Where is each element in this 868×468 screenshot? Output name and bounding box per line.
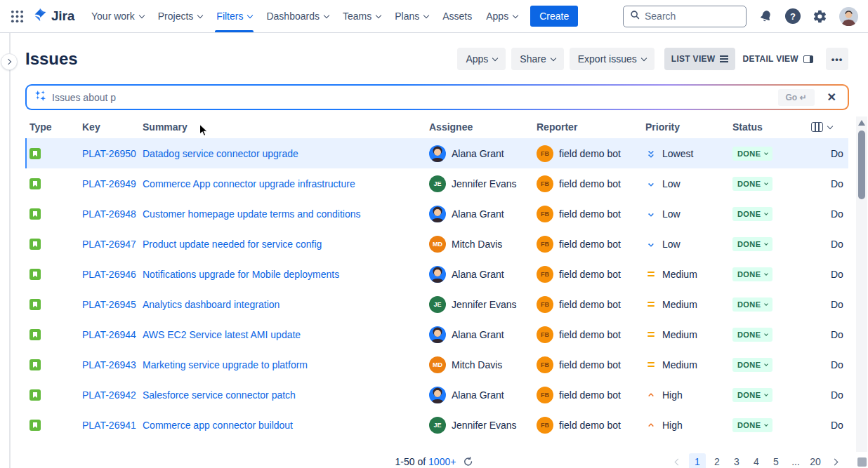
notifications-bell-icon[interactable] xyxy=(758,9,773,24)
settings-gear-icon[interactable] xyxy=(813,9,827,24)
column-header-assignee[interactable]: Assignee xyxy=(429,121,537,133)
issue-key-link[interactable]: PLAT-26943 xyxy=(82,359,136,370)
issue-summary-link[interactable]: Marketing service upgrade to platform xyxy=(143,359,308,370)
table-row[interactable]: PLAT-26945 Analytics dashboard integrati… xyxy=(25,289,848,319)
status-badge[interactable]: DONE xyxy=(732,207,772,221)
column-header-type[interactable]: Type xyxy=(29,121,82,133)
issue-key-link[interactable]: PLAT-26946 xyxy=(82,269,136,280)
jira-logo[interactable]: Jira xyxy=(32,7,74,25)
page-button-1[interactable]: 1 xyxy=(689,453,706,468)
reporter-cell[interactable]: FBfield demo bot xyxy=(537,145,645,162)
priority-cell[interactable]: High xyxy=(645,420,732,431)
status-badge[interactable]: DONE xyxy=(732,177,772,191)
reporter-cell[interactable]: FBfield demo bot xyxy=(537,266,645,283)
close-icon[interactable]: ✕ xyxy=(823,89,841,105)
priority-cell[interactable]: Medium xyxy=(645,269,732,280)
refresh-icon[interactable] xyxy=(463,457,473,467)
assignee-cell[interactable]: Alana Grant xyxy=(429,387,537,403)
reporter-cell[interactable]: FBfield demo bot xyxy=(537,206,645,222)
status-badge[interactable]: DONE xyxy=(732,388,772,402)
detail-view-button[interactable]: DETAIL VIEW xyxy=(735,48,820,70)
reporter-cell[interactable]: FBfield demo bot xyxy=(537,417,645,434)
table-row[interactable]: PLAT-26942 Salesforce service connector … xyxy=(25,380,848,410)
issue-key-link[interactable]: PLAT-26944 xyxy=(82,329,136,340)
issue-key-link[interactable]: PLAT-26949 xyxy=(82,178,136,189)
nav-item-teams[interactable]: Teams xyxy=(336,0,388,32)
issue-summary-link[interactable]: Datadog service connector upgrade xyxy=(143,148,298,159)
status-badge[interactable]: DONE xyxy=(732,418,772,432)
priority-cell[interactable]: Low xyxy=(645,239,732,250)
page-button-3[interactable]: 3 xyxy=(728,453,745,468)
table-row[interactable]: PLAT-26944 AWS EC2 Service latest AMI up… xyxy=(25,319,848,349)
vertical-scrollbar[interactable] xyxy=(856,116,867,452)
status-badge[interactable]: DONE xyxy=(732,267,772,281)
user-avatar[interactable] xyxy=(839,7,858,26)
priority-cell[interactable]: Lowest xyxy=(645,148,732,159)
help-icon[interactable]: ? xyxy=(785,8,801,24)
reporter-cell[interactable]: FBfield demo bot xyxy=(537,296,645,313)
issue-key-link[interactable]: PLAT-26948 xyxy=(82,208,136,220)
configure-columns-button[interactable] xyxy=(811,122,848,132)
page-button-2[interactable]: 2 xyxy=(709,453,725,468)
page-button-5[interactable]: 5 xyxy=(768,453,784,468)
assignee-cell[interactable]: Alana Grant xyxy=(429,266,537,283)
status-badge[interactable]: DONE xyxy=(732,358,772,372)
issue-summary-link[interactable]: AWS EC2 Service latest AMI update xyxy=(143,329,301,340)
priority-cell[interactable]: Medium xyxy=(645,329,732,340)
issue-key-link[interactable]: PLAT-26947 xyxy=(82,239,136,250)
priority-cell[interactable]: Medium xyxy=(645,299,732,310)
nav-item-projects[interactable]: Projects xyxy=(151,0,210,32)
issue-key-link[interactable]: PLAT-26950 xyxy=(82,148,136,159)
assignee-cell[interactable]: JEJennifer Evans xyxy=(429,296,537,313)
column-header-status[interactable]: Status xyxy=(732,121,811,133)
page-button-4[interactable]: 4 xyxy=(748,453,765,468)
status-badge[interactable]: DONE xyxy=(732,147,772,161)
status-badge[interactable]: DONE xyxy=(732,237,772,251)
assignee-cell[interactable]: JEJennifer Evans xyxy=(429,175,537,192)
global-search[interactable] xyxy=(623,6,747,27)
share-dropdown-button[interactable]: Share xyxy=(511,48,563,70)
issue-summary-link[interactable]: Salesforce service connector patch xyxy=(143,389,296,401)
issue-key-link[interactable]: PLAT-26942 xyxy=(82,389,136,401)
priority-cell[interactable]: Low xyxy=(645,178,732,189)
column-header-priority[interactable]: Priority xyxy=(645,121,732,133)
go-button[interactable]: Go ↵ xyxy=(778,89,815,106)
table-row[interactable]: PLAT-26943 Marketing service upgrade to … xyxy=(25,349,848,380)
assignee-cell[interactable]: Alana Grant xyxy=(429,326,537,343)
priority-cell[interactable]: Low xyxy=(645,208,732,220)
more-options-button[interactable]: ••• xyxy=(826,48,848,70)
table-row[interactable]: PLAT-26941 Commerce app connector buildo… xyxy=(25,410,848,440)
reporter-cell[interactable]: FBfield demo bot xyxy=(537,326,645,343)
scroll-up-arrow-icon[interactable] xyxy=(858,120,865,126)
table-row[interactable]: PLAT-26947 Product update needed for ser… xyxy=(25,229,848,259)
issue-key-link[interactable]: PLAT-26945 xyxy=(82,299,136,310)
column-header-reporter[interactable]: Reporter xyxy=(537,121,645,133)
issue-summary-link[interactable]: Commerce app connector buildout xyxy=(143,420,293,431)
column-header-key[interactable]: Key xyxy=(82,121,143,133)
issue-summary-link[interactable]: Notifications upgrade for Mobile deploym… xyxy=(143,269,339,280)
reporter-cell[interactable]: FBfield demo bot xyxy=(537,356,645,373)
page-button-20[interactable]: 20 xyxy=(807,453,824,468)
nav-item-dashboards[interactable]: Dashboards xyxy=(259,0,336,32)
sidebar-expand-button[interactable] xyxy=(1,53,18,70)
issue-summary-link[interactable]: Customer homepage update terms and condi… xyxy=(143,208,361,220)
assignee-cell[interactable]: JEJennifer Evans xyxy=(429,417,537,434)
nav-item-plans[interactable]: Plans xyxy=(388,0,435,32)
table-row[interactable]: PLAT-26946 Notifications upgrade for Mob… xyxy=(25,259,848,289)
next-page-icon[interactable] xyxy=(831,458,839,465)
nav-item-filters[interactable]: Filters xyxy=(209,0,259,32)
issue-summary-link[interactable]: Commerce App connector upgrade infrastru… xyxy=(143,178,355,189)
previous-page-icon[interactable] xyxy=(675,458,682,465)
status-badge[interactable]: DONE xyxy=(732,297,772,312)
table-row[interactable]: PLAT-26949 Commerce App connector upgrad… xyxy=(25,168,848,199)
assignee-cell[interactable]: Alana Grant xyxy=(429,145,537,162)
status-badge[interactable]: DONE xyxy=(732,328,772,342)
table-row[interactable]: PLAT-26948 Customer homepage update term… xyxy=(25,199,848,229)
search-input[interactable] xyxy=(645,11,729,22)
ai-query-input[interactable] xyxy=(52,92,778,103)
reporter-cell[interactable]: FBfield demo bot xyxy=(537,236,645,253)
reporter-cell[interactable]: FBfield demo bot xyxy=(537,175,645,192)
app-switcher-icon[interactable] xyxy=(6,5,28,27)
apps-dropdown-button[interactable]: Apps xyxy=(457,48,506,70)
nav-item-apps[interactable]: Apps xyxy=(479,0,525,32)
